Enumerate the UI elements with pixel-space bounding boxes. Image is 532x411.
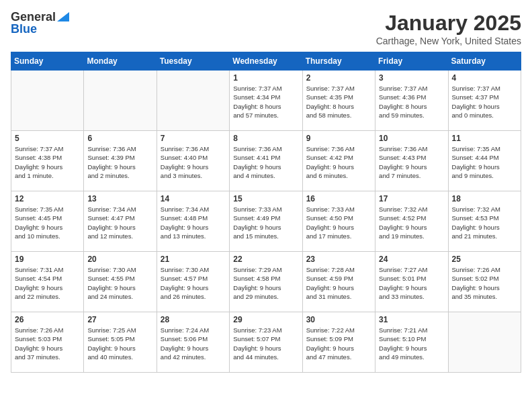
day-header-wednesday: Wednesday [230,52,302,71]
day-header-sunday: Sunday [11,52,84,71]
day-number: 30 [306,315,371,324]
calendar-cell: 14Sunrise: 7:34 AM Sunset: 4:48 PM Dayli… [157,191,229,252]
day-info: Sunrise: 7:37 AM Sunset: 4:38 PM Dayligh… [15,144,80,180]
calendar-cell: 27Sunrise: 7:25 AM Sunset: 5:05 PM Dayli… [84,312,157,373]
day-info: Sunrise: 7:30 AM Sunset: 4:57 PM Dayligh… [161,265,226,301]
day-info: Sunrise: 7:36 AM Sunset: 4:40 PM Dayligh… [161,144,226,180]
day-number: 26 [15,315,80,324]
calendar-cell: 23Sunrise: 7:28 AM Sunset: 4:59 PM Dayli… [302,252,375,312]
day-number: 4 [452,73,517,83]
calendar-cell: 26Sunrise: 7:26 AM Sunset: 5:03 PM Dayli… [11,312,84,373]
calendar-cell: 17Sunrise: 7:32 AM Sunset: 4:52 PM Dayli… [375,191,448,252]
month-title: January 2025 [376,11,521,36]
day-number: 21 [161,255,226,264]
day-info: Sunrise: 7:21 AM Sunset: 5:10 PM Dayligh… [379,326,444,361]
calendar-cell: 13Sunrise: 7:34 AM Sunset: 4:47 PM Dayli… [84,191,157,252]
calendar-cell: 28Sunrise: 7:24 AM Sunset: 5:06 PM Dayli… [157,312,229,373]
day-number: 29 [233,315,298,324]
day-info: Sunrise: 7:26 AM Sunset: 5:02 PM Dayligh… [452,265,517,301]
calendar-cell: 31Sunrise: 7:21 AM Sunset: 5:10 PM Dayli… [375,312,448,373]
calendar-week-row: 1Sunrise: 7:37 AM Sunset: 4:34 PM Daylig… [11,71,521,131]
logo-blue: Blue [11,23,37,35]
day-info: Sunrise: 7:32 AM Sunset: 4:52 PM Dayligh… [379,205,444,240]
calendar-cell: 9Sunrise: 7:36 AM Sunset: 4:42 PM Daylig… [302,131,375,191]
calendar-cell [84,71,157,131]
day-info: Sunrise: 7:36 AM Sunset: 4:41 PM Dayligh… [233,144,298,180]
day-header-monday: Monday [84,52,157,71]
calendar-cell: 3Sunrise: 7:37 AM Sunset: 4:36 PM Daylig… [375,71,448,131]
calendar-cell: 1Sunrise: 7:37 AM Sunset: 4:34 PM Daylig… [230,71,302,131]
calendar-cell [157,71,229,131]
day-info: Sunrise: 7:23 AM Sunset: 5:07 PM Dayligh… [233,326,298,361]
location-title: Carthage, New York, United States [376,36,521,46]
day-info: Sunrise: 7:29 AM Sunset: 4:58 PM Dayligh… [233,265,298,301]
calendar-cell: 2Sunrise: 7:37 AM Sunset: 4:35 PM Daylig… [302,71,375,131]
calendar-week-row: 5Sunrise: 7:37 AM Sunset: 4:38 PM Daylig… [11,131,521,191]
day-number: 24 [379,255,444,264]
day-header-friday: Friday [375,52,448,71]
calendar-cell: 12Sunrise: 7:35 AM Sunset: 4:45 PM Dayli… [11,191,84,252]
day-info: Sunrise: 7:37 AM Sunset: 4:37 PM Dayligh… [452,84,517,120]
day-number: 5 [15,134,80,143]
day-info: Sunrise: 7:37 AM Sunset: 4:36 PM Dayligh… [379,84,444,120]
day-info: Sunrise: 7:35 AM Sunset: 4:45 PM Dayligh… [15,205,80,240]
day-number: 27 [87,315,152,324]
day-info: Sunrise: 7:34 AM Sunset: 4:48 PM Dayligh… [161,205,226,240]
day-number: 20 [87,255,152,264]
calendar-cell: 22Sunrise: 7:29 AM Sunset: 4:58 PM Dayli… [230,252,302,312]
calendar-cell: 16Sunrise: 7:33 AM Sunset: 4:50 PM Dayli… [302,191,375,252]
day-info: Sunrise: 7:36 AM Sunset: 4:42 PM Dayligh… [306,144,371,180]
day-info: Sunrise: 7:25 AM Sunset: 5:05 PM Dayligh… [87,326,152,361]
day-header-thursday: Thursday [302,52,375,71]
calendar-cell: 25Sunrise: 7:26 AM Sunset: 5:02 PM Dayli… [448,252,521,312]
calendar-cell: 18Sunrise: 7:32 AM Sunset: 4:53 PM Dayli… [448,191,521,252]
day-info: Sunrise: 7:37 AM Sunset: 4:34 PM Dayligh… [233,84,298,120]
title-block: January 2025 Carthage, New York, United … [376,11,521,46]
day-info: Sunrise: 7:22 AM Sunset: 5:09 PM Dayligh… [306,326,371,361]
day-info: Sunrise: 7:27 AM Sunset: 5:01 PM Dayligh… [379,265,444,301]
calendar-week-row: 12Sunrise: 7:35 AM Sunset: 4:45 PM Dayli… [11,191,521,252]
day-number: 1 [233,73,298,83]
day-number: 25 [452,255,517,264]
calendar-week-row: 19Sunrise: 7:31 AM Sunset: 4:54 PM Dayli… [11,252,521,312]
day-number: 14 [161,194,226,203]
calendar-cell: 10Sunrise: 7:36 AM Sunset: 4:43 PM Dayli… [375,131,448,191]
day-number: 3 [379,73,444,83]
day-number: 6 [87,134,152,143]
calendar-cell: 11Sunrise: 7:35 AM Sunset: 4:44 PM Dayli… [448,131,521,191]
day-info: Sunrise: 7:31 AM Sunset: 4:54 PM Dayligh… [15,265,80,301]
calendar-cell: 21Sunrise: 7:30 AM Sunset: 4:57 PM Dayli… [157,252,229,312]
day-number: 8 [233,134,298,143]
day-number: 28 [161,315,226,324]
calendar-cell: 4Sunrise: 7:37 AM Sunset: 4:37 PM Daylig… [448,71,521,131]
calendar-week-row: 26Sunrise: 7:26 AM Sunset: 5:03 PM Dayli… [11,312,521,373]
logo: General Blue [11,11,69,35]
day-info: Sunrise: 7:34 AM Sunset: 4:47 PM Dayligh… [87,205,152,240]
day-info: Sunrise: 7:30 AM Sunset: 4:55 PM Dayligh… [87,265,152,301]
calendar-cell: 24Sunrise: 7:27 AM Sunset: 5:01 PM Dayli… [375,252,448,312]
calendar-cell: 6Sunrise: 7:36 AM Sunset: 4:39 PM Daylig… [84,131,157,191]
day-header-saturday: Saturday [448,52,521,71]
calendar-cell [448,312,521,373]
day-info: Sunrise: 7:36 AM Sunset: 4:39 PM Dayligh… [87,144,152,180]
day-info: Sunrise: 7:26 AM Sunset: 5:03 PM Dayligh… [15,326,80,361]
day-info: Sunrise: 7:32 AM Sunset: 4:53 PM Dayligh… [452,205,517,240]
logo-triangle-icon [57,12,69,21]
calendar-cell: 7Sunrise: 7:36 AM Sunset: 4:40 PM Daylig… [157,131,229,191]
day-number: 19 [15,255,80,264]
day-info: Sunrise: 7:37 AM Sunset: 4:35 PM Dayligh… [306,84,371,120]
day-number: 9 [306,134,371,143]
calendar-cell: 8Sunrise: 7:36 AM Sunset: 4:41 PM Daylig… [230,131,302,191]
day-number: 16 [306,194,371,203]
day-info: Sunrise: 7:35 AM Sunset: 4:44 PM Dayligh… [452,144,517,180]
day-number: 12 [15,194,80,203]
calendar-cell: 29Sunrise: 7:23 AM Sunset: 5:07 PM Dayli… [230,312,302,373]
logo-general: General [11,11,56,23]
day-info: Sunrise: 7:33 AM Sunset: 4:49 PM Dayligh… [233,205,298,240]
calendar-cell: 15Sunrise: 7:33 AM Sunset: 4:49 PM Dayli… [230,191,302,252]
day-info: Sunrise: 7:28 AM Sunset: 4:59 PM Dayligh… [306,265,371,301]
day-number: 2 [306,73,371,83]
day-number: 15 [233,194,298,203]
day-number: 23 [306,255,371,264]
day-header-tuesday: Tuesday [157,52,229,71]
